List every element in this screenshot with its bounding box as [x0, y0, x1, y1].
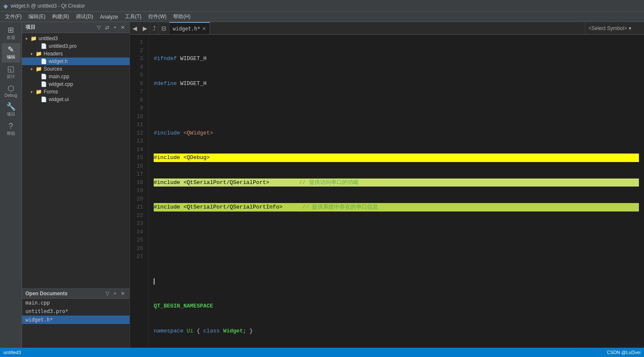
- line-num-27: 27: [132, 253, 146, 261]
- line-num-2: 2: [132, 47, 146, 55]
- menu-item-h[interactable]: 帮助(H): [170, 12, 194, 21]
- tree-label-sources: Sources: [44, 66, 62, 72]
- menu-item-t[interactable]: 工具(T): [122, 12, 145, 21]
- titlebar: ◆ widget.h @ untitled3 - Qt Creator: [0, 0, 644, 12]
- statusbar-project: untitled3: [3, 350, 21, 355]
- doc-item-widget-h[interactable]: widget.h*: [22, 316, 130, 324]
- tree-arrow-root: ▾: [25, 36, 30, 41]
- sidebar-item-help[interactable]: ? 帮助: [2, 120, 20, 139]
- sync-btn[interactable]: ⇄: [104, 24, 111, 31]
- doc-item-untitled3-pro[interactable]: untitled3.pro*: [22, 307, 130, 316]
- tree-node-widget-ui[interactable]: 📄 widget.ui: [22, 96, 130, 103]
- line-num-15: 15: [132, 154, 146, 162]
- welcome-icon: ⊞: [8, 26, 14, 34]
- sidebar-label-design: 设计: [7, 74, 15, 80]
- code-line-4: #include <QWidget>: [154, 129, 639, 137]
- file-icon-widget-cpp: 📄: [41, 81, 47, 87]
- symbol-selector[interactable]: <Select Symbol> ▾: [585, 22, 644, 34]
- line-num-6: 6: [132, 80, 146, 88]
- tree-label-headers: Headers: [44, 51, 63, 57]
- tree-arrow-headers: ▾: [30, 52, 36, 56]
- sidebar-item-welcome[interactable]: ⊞ 欢迎: [2, 24, 20, 43]
- filter-btn[interactable]: ▽: [96, 24, 102, 31]
- statusbar-right: CSDN @LuDvei: [607, 350, 641, 355]
- code-line-5: #include <QDebug>: [154, 154, 639, 162]
- open-docs-header: Open Documents ▽ + ✕: [22, 289, 130, 299]
- tree-node-forms[interactable]: ▾ 📁 Forms: [22, 88, 130, 96]
- sidebar-item-edit[interactable]: ✎ 编辑: [2, 43, 20, 63]
- code-line-12: namespace Ui { class Widget; }: [154, 327, 639, 335]
- tree-node-root[interactable]: ▾ 📁 untitled3: [22, 35, 130, 42]
- project-panel-tools: ▽ ⇄ + ✕: [96, 24, 126, 31]
- file-icon-widget-ui: 📄: [41, 96, 47, 102]
- statusbar: untitled3 CSDN @LuDvei: [0, 348, 644, 357]
- symbol-selector-label: <Select Symbol>: [589, 25, 627, 31]
- line-num-10: 10: [132, 113, 146, 121]
- nav-split-btn[interactable]: ⊟: [159, 22, 169, 34]
- code-line-6: #include <QtSerialPort/QSerialPort> // 提…: [154, 178, 639, 187]
- doc-item-main-cpp[interactable]: main.cpp: [22, 299, 130, 307]
- code-editor[interactable]: 1 2 3 4 5 6 7 8 9 10 11 12 13 14 15 16 1…: [130, 35, 644, 348]
- sidebar-label-edit: 编辑: [7, 54, 15, 60]
- line-num-4: 4: [132, 63, 146, 71]
- sidebar-label-debug: Debug: [5, 93, 17, 98]
- expand-btn[interactable]: +: [112, 24, 118, 31]
- line-num-26: 26: [132, 244, 146, 253]
- menu-item-w[interactable]: 控件(W): [145, 12, 170, 21]
- sidebar-item-design[interactable]: ◱ 设计: [2, 63, 20, 82]
- open-docs-title: Open Documents: [25, 291, 67, 297]
- line-num-24: 24: [132, 228, 146, 236]
- main-layout: ⊞ 欢迎 ✎ 编辑 ◱ 设计 ⬡ Debug 🔧 项目 ? 帮助 项目 ▽: [0, 22, 644, 348]
- close-panel-btn[interactable]: ✕: [119, 24, 126, 31]
- tree-arrow-forms: ▾: [30, 90, 36, 94]
- nav-extra-btn[interactable]: ⤴: [150, 22, 159, 34]
- sidebar-label-projects: 项目: [7, 111, 15, 117]
- file-icon-pro: 📄: [41, 43, 47, 49]
- tree-node-pro[interactable]: 📄 untitled3.pro: [22, 42, 130, 50]
- tab-close-widget-h[interactable]: ✕: [202, 26, 206, 32]
- tree-node-widget-cpp[interactable]: 📄 widget.cpp: [22, 80, 130, 88]
- code-line-11: QT_BEGIN_NAMESPACE: [154, 302, 639, 310]
- menu-item-b[interactable]: 构建(B): [49, 12, 72, 21]
- sidebar-item-debug[interactable]: ⬡ Debug: [2, 82, 20, 100]
- symbol-selector-arrow: ▾: [629, 25, 631, 31]
- project-panel: 项目 ▽ ⇄ + ✕ ▾ 📁 untitled3 📄 untitled3.p: [22, 22, 130, 348]
- sidebar-item-projects[interactable]: 🔧 项目: [2, 100, 20, 120]
- open-docs-close-btn[interactable]: ✕: [119, 290, 126, 297]
- code-content[interactable]: #ifndef WIDGET_H #define WIDGET_H #inclu…: [149, 35, 644, 348]
- editor-tab-widget-h[interactable]: widget.h* ✕: [169, 22, 210, 34]
- menu-item-f[interactable]: 文件(F): [2, 12, 25, 21]
- tab-bar: ◀ ▶ ⤴ ⊟ widget.h* ✕ <Select Symbol> ▾: [130, 22, 644, 35]
- open-docs-filter-btn[interactable]: ▽: [104, 290, 111, 297]
- tree-node-widget-h[interactable]: 📄 widget.h: [22, 58, 130, 65]
- file-icon-main-cpp: 📄: [41, 74, 47, 80]
- tree-node-sources[interactable]: ▾ 📁 Sources: [22, 65, 130, 73]
- line-num-3: 3: [132, 55, 146, 63]
- menu-item-d[interactable]: 调试(D): [72, 12, 97, 21]
- sidebar-label-welcome: 欢迎: [7, 35, 15, 41]
- line-num-22: 22: [132, 211, 146, 220]
- statusbar-left: untitled3: [3, 350, 21, 355]
- menu-item-e[interactable]: 编辑(E): [25, 12, 49, 21]
- menu-item-analyze[interactable]: Analyze: [97, 13, 122, 21]
- project-panel-header: 项目 ▽ ⇄ + ✕: [22, 22, 130, 33]
- line-num-19: 19: [132, 187, 146, 195]
- open-docs-expand-btn[interactable]: +: [112, 290, 118, 297]
- line-num-25: 25: [132, 236, 146, 244]
- editor-area: ◀ ▶ ⤴ ⊟ widget.h* ✕ <Select Symbol> ▾ 1 …: [130, 22, 644, 348]
- open-docs-list: main.cpp untitled3.pro* widget.h*: [22, 299, 130, 348]
- folder-icon-forms: 📁: [36, 89, 42, 95]
- line-num-9: 9: [132, 104, 146, 113]
- line-num-21: 21: [132, 203, 146, 211]
- code-line-2: #define WIDGET_H: [154, 80, 639, 88]
- tree-node-headers[interactable]: ▾ 📁 Headers: [22, 50, 130, 58]
- tree-label-widget-ui: widget.ui: [49, 96, 69, 102]
- menubar: 文件(F)编辑(E)构建(B)调试(D)Analyze工具(T)控件(W)帮助(…: [0, 12, 644, 22]
- line-num-1: 1: [132, 38, 146, 47]
- nav-forward-btn[interactable]: ▶: [140, 22, 150, 34]
- nav-back-btn[interactable]: ◀: [130, 22, 140, 34]
- tree-node-main-cpp[interactable]: 📄 main.cpp: [22, 73, 130, 80]
- projects-icon: 🔧: [6, 103, 16, 110]
- project-panel-title: 项目: [25, 24, 36, 31]
- folder-icon-root: 📁: [30, 36, 37, 41]
